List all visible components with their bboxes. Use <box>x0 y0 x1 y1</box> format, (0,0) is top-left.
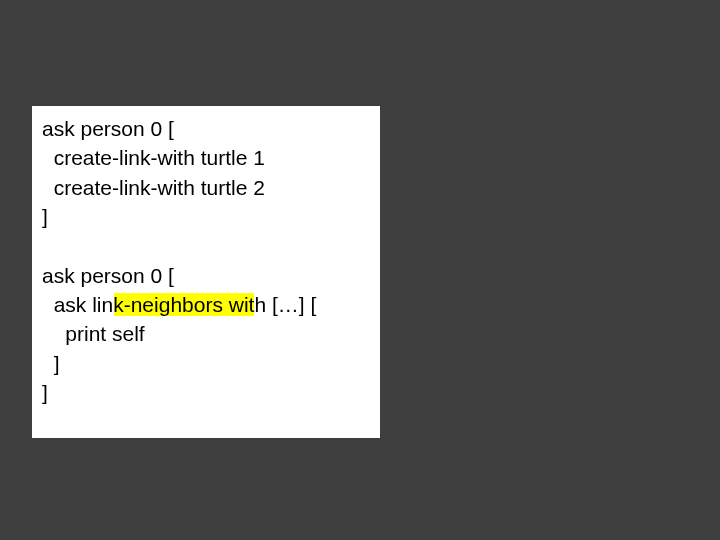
code-line: print self <box>42 319 370 348</box>
code-line: ask person 0 [ <box>42 114 370 143</box>
code-line: create-link-with turtle 1 <box>42 143 370 172</box>
code-line: create-link-with turtle 2 <box>42 173 370 202</box>
code-line: ] <box>42 378 370 407</box>
code-content: ask person 0 [ create-link-with turtle 1… <box>42 114 370 408</box>
code-line-blank <box>42 232 370 261</box>
code-line: ] <box>42 349 370 378</box>
code-block: ask person 0 [ create-link-with turtle 1… <box>32 106 380 438</box>
code-line: ask link-neighbors with […] [ <box>42 290 370 319</box>
slide: ask person 0 [ create-link-with turtle 1… <box>0 0 720 540</box>
code-line: ] <box>42 202 370 231</box>
code-line: ask person 0 [ <box>42 261 370 290</box>
